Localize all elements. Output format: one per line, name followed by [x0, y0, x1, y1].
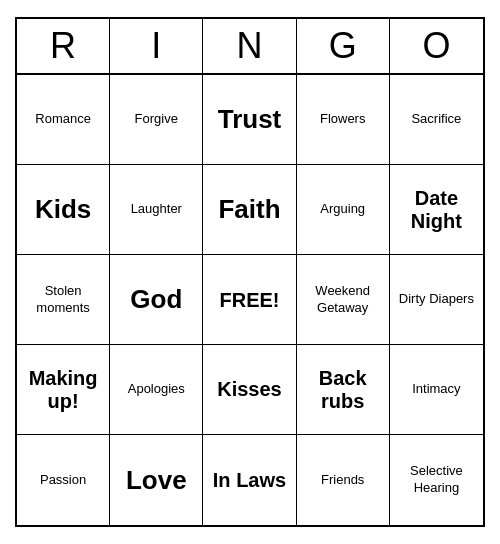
- cell-label: Kisses: [217, 378, 282, 401]
- cell-label: Laughter: [131, 201, 182, 218]
- bingo-cell[interactable]: Faith: [203, 165, 296, 255]
- bingo-cell[interactable]: Intimacy: [390, 345, 483, 435]
- bingo-cell[interactable]: Stolen moments: [17, 255, 110, 345]
- bingo-cell[interactable]: Laughter: [110, 165, 203, 255]
- cell-label: Love: [126, 466, 187, 495]
- cell-label: Date Night: [394, 187, 479, 233]
- cell-label: Dirty Diapers: [399, 291, 474, 308]
- cell-label: In Laws: [213, 469, 286, 492]
- bingo-cell[interactable]: Arguing: [297, 165, 390, 255]
- cell-label: Forgive: [135, 111, 178, 128]
- bingo-cell[interactable]: In Laws: [203, 435, 296, 525]
- bingo-cell[interactable]: Kisses: [203, 345, 296, 435]
- cell-label: Friends: [321, 472, 364, 489]
- cell-label: Intimacy: [412, 381, 460, 398]
- bingo-cell[interactable]: Romance: [17, 75, 110, 165]
- header-letter: I: [110, 19, 203, 73]
- bingo-cell[interactable]: Trust: [203, 75, 296, 165]
- bingo-cell[interactable]: Forgive: [110, 75, 203, 165]
- cell-label: Romance: [35, 111, 91, 128]
- bingo-header: RINGO: [17, 19, 483, 75]
- bingo-cell[interactable]: Weekend Getaway: [297, 255, 390, 345]
- cell-label: God: [130, 285, 182, 314]
- bingo-cell[interactable]: God: [110, 255, 203, 345]
- cell-label: Apologies: [128, 381, 185, 398]
- bingo-cell[interactable]: Making up!: [17, 345, 110, 435]
- bingo-cell[interactable]: Date Night: [390, 165, 483, 255]
- bingo-cell[interactable]: Sacrifice: [390, 75, 483, 165]
- bingo-grid: RomanceForgiveTrustFlowersSacrificeKidsL…: [17, 75, 483, 525]
- cell-label: Arguing: [320, 201, 365, 218]
- cell-label: Trust: [218, 105, 282, 134]
- header-letter: N: [203, 19, 296, 73]
- header-letter: O: [390, 19, 483, 73]
- bingo-cell[interactable]: Passion: [17, 435, 110, 525]
- cell-label: Kids: [35, 195, 91, 224]
- cell-label: Making up!: [21, 367, 105, 413]
- cell-label: Weekend Getaway: [301, 283, 385, 317]
- header-letter: R: [17, 19, 110, 73]
- cell-label: Selective Hearing: [394, 463, 479, 497]
- cell-label: Passion: [40, 472, 86, 489]
- cell-label: Back rubs: [301, 367, 385, 413]
- bingo-cell[interactable]: Kids: [17, 165, 110, 255]
- cell-label: FREE!: [219, 287, 279, 313]
- bingo-cell[interactable]: FREE!: [203, 255, 296, 345]
- cell-label: Faith: [218, 195, 280, 224]
- cell-label: Flowers: [320, 111, 366, 128]
- header-letter: G: [297, 19, 390, 73]
- bingo-cell[interactable]: Selective Hearing: [390, 435, 483, 525]
- bingo-cell[interactable]: Back rubs: [297, 345, 390, 435]
- bingo-cell[interactable]: Dirty Diapers: [390, 255, 483, 345]
- bingo-cell[interactable]: Friends: [297, 435, 390, 525]
- bingo-cell[interactable]: Love: [110, 435, 203, 525]
- bingo-cell[interactable]: Flowers: [297, 75, 390, 165]
- cell-label: Sacrifice: [411, 111, 461, 128]
- cell-label: Stolen moments: [21, 283, 105, 317]
- bingo-cell[interactable]: Apologies: [110, 345, 203, 435]
- bingo-card: RINGO RomanceForgiveTrustFlowersSacrific…: [15, 17, 485, 527]
